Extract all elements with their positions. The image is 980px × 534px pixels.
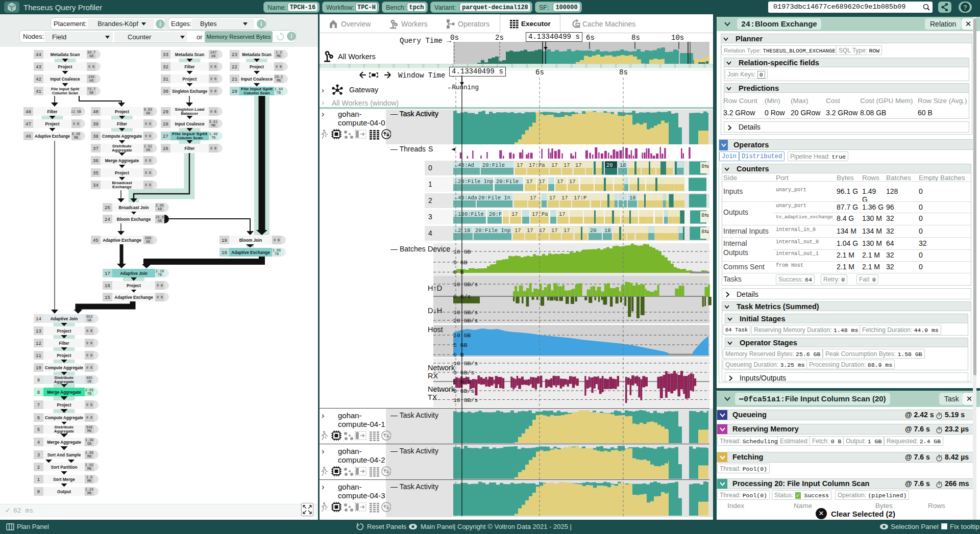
svg-text:— Threads: — Threads: [390, 145, 426, 153]
svg-text:MB: MB: [87, 491, 91, 495]
svg-text:3: 3: [428, 213, 432, 221]
svg-text:Project: Project: [183, 77, 197, 82]
svg-text:TB: TB: [87, 392, 91, 396]
svg-text:Input Coalesce: Input Coalesce: [50, 77, 80, 82]
svg-text:Bloom Join: Bloom Join: [239, 238, 262, 243]
svg-text:Network: Network: [428, 364, 455, 372]
svg-text:9: 9: [37, 378, 40, 383]
svg-text:17: 17: [575, 162, 582, 168]
svg-text:2: 2: [37, 465, 40, 470]
svg-text:Project: Project: [127, 284, 141, 288]
svg-text:3: 3: [37, 453, 40, 458]
svg-text:0 B: 0 B: [157, 295, 163, 299]
svg-text:0: 0: [428, 164, 432, 172]
svg-text:1: 1: [37, 477, 40, 482]
svg-text:kB: kB: [146, 148, 150, 152]
svg-text:MB: MB: [87, 454, 91, 459]
svg-text:←45:Ada: ←45:Ada: [455, 195, 477, 201]
svg-text:0 B: 0 B: [145, 134, 151, 138]
svg-text:S: S: [428, 145, 433, 153]
svg-text:Project: Project: [57, 403, 71, 408]
svg-text:MB: MB: [211, 123, 215, 128]
svg-text:TB: TB: [275, 252, 279, 256]
svg-text:18: 18: [604, 227, 611, 234]
svg-text:0 B: 0 B: [145, 183, 151, 187]
svg-text:0: 0: [37, 490, 40, 495]
svg-text:5 GB/s: 5 GB/s: [453, 388, 474, 394]
svg-text:16: 16: [105, 284, 110, 289]
svg-text:17: 17: [564, 227, 570, 234]
svg-text:Sort Merge: Sort Merge: [53, 477, 75, 482]
svg-text:0 B: 0 B: [145, 159, 151, 163]
svg-text:17: 17: [549, 195, 556, 201]
svg-text:47: 47: [26, 122, 31, 127]
svg-text:14: 14: [36, 317, 41, 322]
svg-text:10 GB/s: 10 GB/s: [453, 360, 478, 367]
svg-text:Filter: Filter: [184, 65, 195, 69]
svg-text:36: 36: [93, 159, 99, 164]
svg-text:17:P: 17:P: [574, 195, 586, 201]
svg-text:Merge Aggregate: Merge Aggregate: [47, 440, 81, 445]
svg-text:kB: kB: [89, 54, 93, 58]
svg-text:Filter: Filter: [117, 122, 128, 126]
svg-text:13: 13: [36, 329, 41, 334]
svg-text:37: 37: [93, 146, 99, 151]
svg-text:20:F: 20:F: [489, 211, 502, 217]
svg-text:Merge Aggregate: Merge Aggregate: [105, 159, 139, 163]
svg-text:0 B: 0 B: [86, 353, 92, 358]
svg-text:41: 41: [36, 89, 41, 94]
svg-text:RX: RX: [428, 372, 438, 380]
svg-text:17: 17: [561, 195, 568, 201]
svg-text:Column Scan: Column Scan: [177, 136, 203, 140]
svg-text:26: 26: [163, 146, 168, 151]
svg-text:17: 17: [526, 179, 533, 185]
svg-text:Project: Project: [45, 122, 60, 126]
svg-text:23: 23: [232, 53, 237, 58]
svg-text:Adaptive Join: Adaptive Join: [120, 271, 148, 276]
svg-text:2: 2: [428, 196, 432, 205]
svg-text:17: 17: [527, 227, 533, 234]
svg-text:25: 25: [105, 206, 110, 211]
svg-text:H↑D: H↑D: [428, 284, 442, 292]
svg-text:0 B: 0 B: [210, 77, 216, 81]
svg-text:Column Scan: Column Scan: [243, 91, 270, 95]
svg-text:4: 4: [37, 440, 40, 445]
svg-text:17: 17: [564, 162, 570, 168]
svg-text:28: 28: [163, 122, 168, 127]
svg-text:0 B: 0 B: [210, 110, 216, 114]
svg-text:18: 18: [629, 195, 636, 201]
svg-text:35: 35: [93, 171, 99, 176]
svg-text:8⇆: 8⇆: [701, 212, 709, 218]
svg-text:24: 24: [105, 217, 110, 222]
svg-text:Filter: Filter: [59, 341, 69, 346]
svg-text:17:Pa: 17:Pa: [532, 211, 548, 217]
svg-text:GB: GB: [87, 318, 91, 322]
svg-text:10: 10: [36, 366, 41, 371]
svg-text:Bloom Exchange: Bloom Exchange: [117, 217, 151, 222]
svg-text:GB: GB: [87, 379, 91, 384]
svg-text:MB: MB: [277, 79, 281, 83]
svg-text:Aggregate: Aggregate: [54, 379, 75, 384]
svg-text:Output: Output: [57, 490, 71, 494]
svg-text:0 B: 0 B: [73, 122, 79, 126]
svg-text:0 B: 0 B: [86, 329, 92, 333]
svg-text:22: 22: [232, 65, 237, 70]
svg-text:kB: kB: [211, 54, 215, 58]
svg-text:12: 12: [36, 341, 41, 346]
svg-text:0 B: 0 B: [86, 341, 92, 345]
svg-text:←45:Ad: ←45:Ad: [455, 162, 474, 168]
svg-text:Broadcast Join: Broadcast Join: [118, 206, 149, 210]
svg-text:17: 17: [517, 162, 523, 168]
svg-text:GB: GB: [87, 442, 91, 446]
svg-text:Aggregate: Aggregate: [54, 429, 75, 434]
svg-text:30: 30: [163, 89, 168, 94]
svg-text:Project: Project: [115, 110, 129, 114]
svg-text:Adaptive Join: Adaptive Join: [51, 317, 78, 321]
svg-text:20: 20: [232, 89, 237, 94]
svg-text:43: 43: [36, 65, 41, 70]
svg-text:Adaptive Exchange: Adaptive Exchange: [103, 238, 141, 243]
svg-text:17: 17: [551, 162, 558, 168]
svg-text:GB: GB: [146, 240, 150, 244]
svg-text:7: 7: [37, 403, 40, 408]
svg-text:33: 33: [163, 53, 168, 58]
